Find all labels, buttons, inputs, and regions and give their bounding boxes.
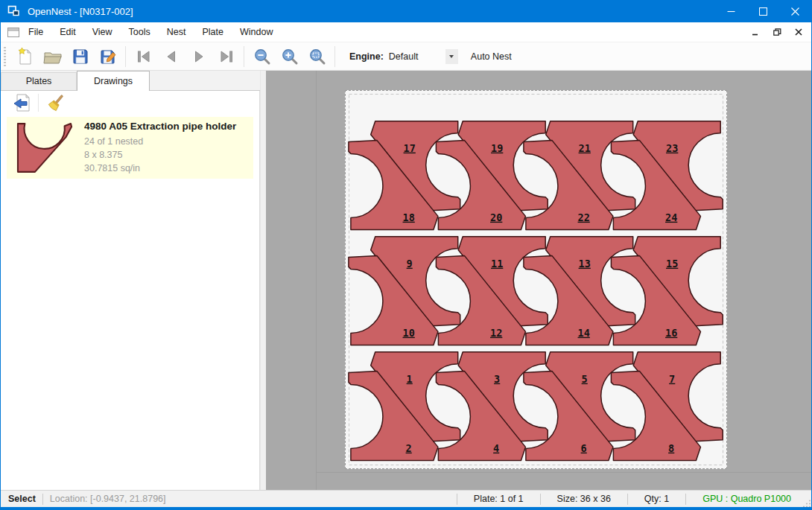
- mdi-child-icon[interactable]: [7, 27, 20, 38]
- menu-item-view[interactable]: View: [84, 22, 121, 42]
- tab-drawings[interactable]: Drawings: [77, 71, 150, 91]
- plate-sheet: 171819202122232491011121314151612345678: [345, 90, 727, 469]
- part-number-label: 21: [579, 142, 591, 154]
- send-to-nest-button[interactable]: [10, 92, 32, 113]
- engine-select[interactable]: Default: [389, 48, 458, 65]
- part-number-label: 23: [666, 142, 678, 154]
- previous-plate-icon: [162, 48, 180, 66]
- resize-grip-icon[interactable]: [801, 491, 811, 508]
- close-icon: [791, 7, 799, 16]
- previous-plate-button[interactable]: [157, 45, 185, 68]
- toolbar-grip[interactable]: [4, 47, 6, 66]
- toolbar-separator: [38, 94, 39, 112]
- drawing-nested-count: 24 of 1 nested: [84, 135, 236, 148]
- zoom-fit-button[interactable]: [303, 45, 331, 68]
- part-thumbnail: [16, 122, 74, 174]
- part-number-label: 13: [579, 258, 591, 270]
- statusbar-separator: [685, 494, 686, 505]
- zoom-out-button[interactable]: [248, 45, 276, 68]
- part-number-label: 17: [404, 142, 416, 154]
- part-number-label: 20: [490, 211, 502, 223]
- part-number-label: 22: [578, 211, 590, 223]
- minimize-icon: [727, 7, 735, 16]
- menu-item-edit[interactable]: Edit: [51, 22, 84, 42]
- first-plate-icon: [135, 48, 153, 66]
- save-icon: [72, 48, 89, 66]
- tab-strip: Plates Drawings: [1, 71, 260, 91]
- statusbar-separator: [540, 494, 541, 505]
- zoom-in-button[interactable]: [276, 45, 303, 68]
- clear-button[interactable]: [45, 92, 67, 113]
- part-number-label: 15: [666, 258, 678, 270]
- next-plate-icon: [190, 48, 208, 66]
- save-as-button[interactable]: [94, 45, 121, 68]
- menu-item-tools[interactable]: Tools: [121, 22, 159, 42]
- zoom-fit-icon: [308, 48, 326, 66]
- toolbar-separator: [125, 46, 126, 67]
- mdi-close-button[interactable]: [793, 26, 804, 38]
- statusbar-location: Location: [-0.9437, 21.8796]: [50, 494, 166, 504]
- menu-item-plate[interactable]: Plate: [194, 22, 232, 42]
- window-title: OpenNest - [N0317-002]: [28, 6, 133, 17]
- drawings-toolbar: [1, 91, 259, 114]
- statusbar-separator: [457, 494, 457, 505]
- mdi-restore-button[interactable]: [772, 26, 782, 38]
- window-border-accent: [1, 507, 811, 510]
- part-number-label: 2: [406, 442, 412, 454]
- part-number-label: 18: [403, 211, 415, 223]
- part-number-label: 8: [668, 442, 674, 454]
- last-plate-icon: [218, 48, 235, 66]
- first-plate-button[interactable]: [130, 45, 157, 68]
- toolbar-separator: [334, 46, 335, 67]
- zoom-out-icon: [253, 48, 271, 66]
- panel-splitter[interactable]: [260, 71, 266, 490]
- part-number-label: 14: [578, 327, 590, 339]
- menu-item-file[interactable]: File: [20, 22, 51, 42]
- save-as-icon: [99, 48, 117, 66]
- menu-item-window[interactable]: Window: [232, 22, 281, 42]
- zoom-in-icon: [281, 48, 299, 66]
- plate-svg: 171819202122232491011121314151612345678: [346, 91, 726, 468]
- next-plate-button[interactable]: [185, 45, 212, 68]
- status-bar: Select Location: [-0.9437, 21.8796] Plat…: [1, 490, 811, 507]
- new-document-button[interactable]: [11, 45, 39, 68]
- drawing-title: 4980 A05 Extraction pipe holder: [84, 121, 236, 132]
- mdi-minimize-button[interactable]: [750, 26, 761, 38]
- new-document-icon: [16, 47, 34, 66]
- part-number-label: 1: [407, 373, 413, 385]
- canvas-guide-line: [316, 71, 317, 490]
- main-toolbar: Engine: Default Auto Nest: [1, 42, 811, 71]
- mdi-minimize-icon: [752, 28, 759, 36]
- open-folder-button[interactable]: [39, 45, 66, 68]
- part-number-label: 7: [669, 373, 675, 385]
- part-number-label: 24: [665, 211, 677, 223]
- part-number-label: 6: [581, 442, 587, 454]
- last-plate-button[interactable]: [212, 45, 240, 68]
- nest-canvas[interactable]: 171819202122232491011121314151612345678: [266, 71, 811, 490]
- toolbar-separator: [244, 46, 244, 67]
- main-area: Plates Drawings: [1, 71, 811, 490]
- minimize-button[interactable]: [715, 0, 747, 22]
- part-number-label: 4: [493, 442, 499, 454]
- part-number-label: 12: [490, 327, 502, 339]
- drawings-panel: 4980 A05 Extraction pipe holder 24 of 1 …: [1, 91, 260, 490]
- close-button[interactable]: [779, 0, 811, 22]
- part-number-label: 5: [582, 373, 588, 385]
- statusbar-qty: Qty: 1: [635, 494, 679, 504]
- menu-item-nest[interactable]: Nest: [159, 22, 194, 42]
- tab-plates[interactable]: Plates: [1, 72, 77, 90]
- part-number-label: 11: [491, 258, 503, 270]
- open-folder-icon: [43, 48, 63, 66]
- maximize-icon: [759, 7, 767, 16]
- app-icon: [7, 5, 21, 17]
- maximize-button[interactable]: [747, 0, 779, 22]
- save-button[interactable]: [66, 45, 94, 68]
- part-number-label: 3: [494, 373, 500, 385]
- statusbar-separator: [42, 494, 43, 505]
- chevron-down-icon[interactable]: [445, 49, 458, 64]
- auto-nest-button[interactable]: Auto Nest: [471, 51, 512, 62]
- part-number-label: 9: [407, 258, 413, 270]
- engine-selected-value: Default: [389, 51, 445, 62]
- app-window: OpenNest - [N0317-002] File Edit View To…: [0, 0, 812, 510]
- drawing-list-item[interactable]: 4980 A05 Extraction pipe holder 24 of 1 …: [7, 117, 253, 179]
